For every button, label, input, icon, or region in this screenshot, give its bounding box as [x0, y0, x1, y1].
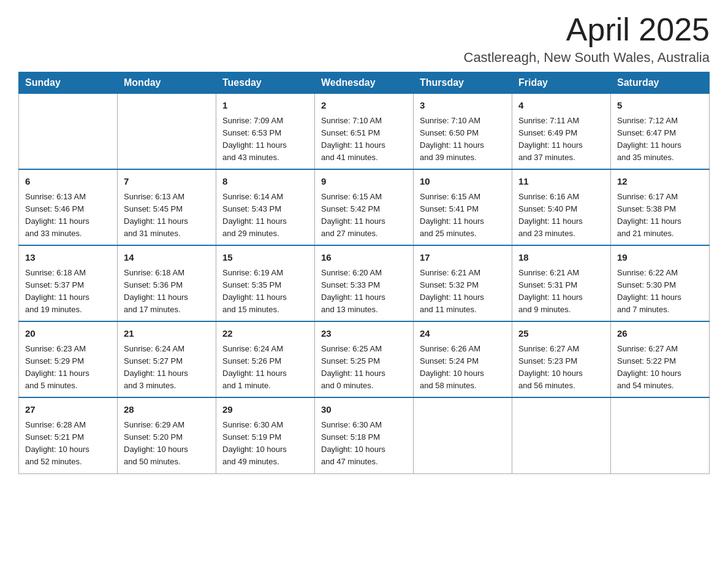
day-info: Sunrise: 6:17 AM Sunset: 5:38 PM Dayligh… [617, 191, 703, 240]
day-info: Sunrise: 7:10 AM Sunset: 6:51 PM Dayligh… [321, 115, 407, 164]
day-info: Sunrise: 6:13 AM Sunset: 5:46 PM Dayligh… [25, 191, 111, 240]
calendar-cell: 13Sunrise: 6:18 AM Sunset: 5:37 PM Dayli… [19, 245, 118, 321]
day-info: Sunrise: 6:18 AM Sunset: 5:37 PM Dayligh… [25, 267, 111, 316]
calendar-cell: 22Sunrise: 6:24 AM Sunset: 5:26 PM Dayli… [216, 321, 315, 397]
calendar-cell: 6Sunrise: 6:13 AM Sunset: 5:46 PM Daylig… [19, 169, 118, 245]
calendar-cell: 11Sunrise: 6:16 AM Sunset: 5:40 PM Dayli… [512, 169, 611, 245]
col-header-thursday: Thursday [414, 72, 512, 94]
col-header-wednesday: Wednesday [315, 72, 414, 94]
calendar-cell [512, 397, 611, 473]
day-number: 12 [617, 175, 703, 189]
col-header-saturday: Saturday [611, 72, 710, 94]
calendar-table: SundayMondayTuesdayWednesdayThursdayFrid… [18, 72, 710, 473]
day-number: 4 [518, 99, 604, 113]
day-info: Sunrise: 6:30 AM Sunset: 5:19 PM Dayligh… [222, 419, 308, 469]
day-info: Sunrise: 6:13 AM Sunset: 5:45 PM Dayligh… [124, 191, 210, 240]
calendar-cell: 16Sunrise: 6:20 AM Sunset: 5:33 PM Dayli… [315, 245, 414, 321]
col-header-sunday: Sunday [19, 72, 118, 94]
calendar-cell [19, 94, 118, 170]
col-header-monday: Monday [118, 72, 216, 94]
day-number: 8 [222, 175, 308, 189]
day-info: Sunrise: 6:30 AM Sunset: 5:18 PM Dayligh… [321, 419, 407, 469]
calendar-cell: 24Sunrise: 6:26 AM Sunset: 5:24 PM Dayli… [414, 321, 512, 397]
day-number: 9 [321, 175, 407, 189]
calendar-cell: 2Sunrise: 7:10 AM Sunset: 6:51 PM Daylig… [315, 94, 414, 170]
day-number: 1 [222, 99, 308, 113]
day-info: Sunrise: 6:29 AM Sunset: 5:20 PM Dayligh… [124, 419, 210, 469]
day-number: 30 [321, 403, 407, 417]
col-header-tuesday: Tuesday [216, 72, 315, 94]
day-number: 21 [124, 327, 210, 341]
calendar-week-row: 1Sunrise: 7:09 AM Sunset: 6:53 PM Daylig… [19, 94, 710, 170]
day-info: Sunrise: 6:18 AM Sunset: 5:36 PM Dayligh… [124, 267, 210, 316]
day-info: Sunrise: 6:24 AM Sunset: 5:26 PM Dayligh… [222, 343, 308, 393]
day-number: 5 [617, 99, 703, 113]
day-info: Sunrise: 6:24 AM Sunset: 5:27 PM Dayligh… [124, 343, 210, 393]
calendar-week-row: 6Sunrise: 6:13 AM Sunset: 5:46 PM Daylig… [19, 169, 710, 245]
calendar-week-row: 13Sunrise: 6:18 AM Sunset: 5:37 PM Dayli… [19, 245, 710, 321]
calendar-cell: 12Sunrise: 6:17 AM Sunset: 5:38 PM Dayli… [611, 169, 710, 245]
day-info: Sunrise: 7:12 AM Sunset: 6:47 PM Dayligh… [617, 115, 703, 164]
day-number: 17 [420, 251, 506, 265]
day-number: 26 [617, 327, 703, 341]
calendar-cell: 10Sunrise: 6:15 AM Sunset: 5:41 PM Dayli… [414, 169, 512, 245]
calendar-cell: 23Sunrise: 6:25 AM Sunset: 5:25 PM Dayli… [315, 321, 414, 397]
calendar-cell: 1Sunrise: 7:09 AM Sunset: 6:53 PM Daylig… [216, 94, 315, 170]
day-info: Sunrise: 6:20 AM Sunset: 5:33 PM Dayligh… [321, 267, 407, 316]
calendar-cell: 28Sunrise: 6:29 AM Sunset: 5:20 PM Dayli… [118, 397, 216, 473]
calendar-cell: 30Sunrise: 6:30 AM Sunset: 5:18 PM Dayli… [315, 397, 414, 473]
day-info: Sunrise: 6:23 AM Sunset: 5:29 PM Dayligh… [25, 343, 111, 393]
day-number: 14 [124, 251, 210, 265]
day-number: 18 [518, 251, 604, 265]
day-info: Sunrise: 6:22 AM Sunset: 5:30 PM Dayligh… [617, 267, 703, 316]
calendar-cell [118, 94, 216, 170]
calendar-week-row: 20Sunrise: 6:23 AM Sunset: 5:29 PM Dayli… [19, 321, 710, 397]
day-number: 15 [222, 251, 308, 265]
calendar-cell: 29Sunrise: 6:30 AM Sunset: 5:19 PM Dayli… [216, 397, 315, 473]
day-number: 25 [518, 327, 604, 341]
day-info: Sunrise: 7:09 AM Sunset: 6:53 PM Dayligh… [222, 115, 308, 164]
calendar-cell: 9Sunrise: 6:15 AM Sunset: 5:42 PM Daylig… [315, 169, 414, 245]
day-info: Sunrise: 7:11 AM Sunset: 6:49 PM Dayligh… [518, 115, 604, 164]
calendar-cell [414, 397, 512, 473]
day-info: Sunrise: 6:19 AM Sunset: 5:35 PM Dayligh… [222, 267, 308, 316]
day-number: 24 [420, 327, 506, 341]
day-info: Sunrise: 6:26 AM Sunset: 5:24 PM Dayligh… [420, 343, 506, 393]
day-info: Sunrise: 6:15 AM Sunset: 5:41 PM Dayligh… [420, 191, 506, 240]
calendar-cell: 20Sunrise: 6:23 AM Sunset: 5:29 PM Dayli… [19, 321, 118, 397]
calendar-cell: 25Sunrise: 6:27 AM Sunset: 5:23 PM Dayli… [512, 321, 611, 397]
day-number: 7 [124, 175, 210, 189]
day-number: 10 [420, 175, 506, 189]
calendar-cell: 14Sunrise: 6:18 AM Sunset: 5:36 PM Dayli… [118, 245, 216, 321]
calendar-cell: 19Sunrise: 6:22 AM Sunset: 5:30 PM Dayli… [611, 245, 710, 321]
day-number: 11 [518, 175, 604, 189]
calendar-cell: 3Sunrise: 7:10 AM Sunset: 6:50 PM Daylig… [414, 94, 512, 170]
calendar-cell: 4Sunrise: 7:11 AM Sunset: 6:49 PM Daylig… [512, 94, 611, 170]
calendar-cell: 18Sunrise: 6:21 AM Sunset: 5:31 PM Dayli… [512, 245, 611, 321]
day-info: Sunrise: 6:25 AM Sunset: 5:25 PM Dayligh… [321, 343, 407, 393]
calendar-cell: 8Sunrise: 6:14 AM Sunset: 5:43 PM Daylig… [216, 169, 315, 245]
day-number: 23 [321, 327, 407, 341]
calendar-cell: 21Sunrise: 6:24 AM Sunset: 5:27 PM Dayli… [118, 321, 216, 397]
day-info: Sunrise: 6:15 AM Sunset: 5:42 PM Dayligh… [321, 191, 407, 240]
day-number: 28 [124, 403, 210, 417]
day-info: Sunrise: 6:28 AM Sunset: 5:21 PM Dayligh… [25, 419, 111, 469]
day-number: 27 [25, 403, 111, 417]
calendar-week-row: 27Sunrise: 6:28 AM Sunset: 5:21 PM Dayli… [19, 397, 710, 473]
day-info: Sunrise: 6:27 AM Sunset: 5:22 PM Dayligh… [617, 343, 703, 393]
day-info: Sunrise: 6:16 AM Sunset: 5:40 PM Dayligh… [518, 191, 604, 240]
day-info: Sunrise: 6:27 AM Sunset: 5:23 PM Dayligh… [518, 343, 604, 393]
day-info: Sunrise: 6:21 AM Sunset: 5:31 PM Dayligh… [518, 267, 604, 316]
day-info: Sunrise: 6:14 AM Sunset: 5:43 PM Dayligh… [222, 191, 308, 240]
day-number: 13 [25, 251, 111, 265]
day-number: 20 [25, 327, 111, 341]
calendar-subtitle: Castlereagh, New South Wales, Australia [464, 50, 710, 66]
calendar-title: April 2025 [464, 12, 710, 47]
day-number: 19 [617, 251, 703, 265]
calendar-cell: 17Sunrise: 6:21 AM Sunset: 5:32 PM Dayli… [414, 245, 512, 321]
day-number: 2 [321, 99, 407, 113]
calendar-cell: 15Sunrise: 6:19 AM Sunset: 5:35 PM Dayli… [216, 245, 315, 321]
day-info: Sunrise: 6:21 AM Sunset: 5:32 PM Dayligh… [420, 267, 506, 316]
day-number: 6 [25, 175, 111, 189]
title-area: April 2025 Castlereagh, New South Wales,… [464, 12, 710, 66]
